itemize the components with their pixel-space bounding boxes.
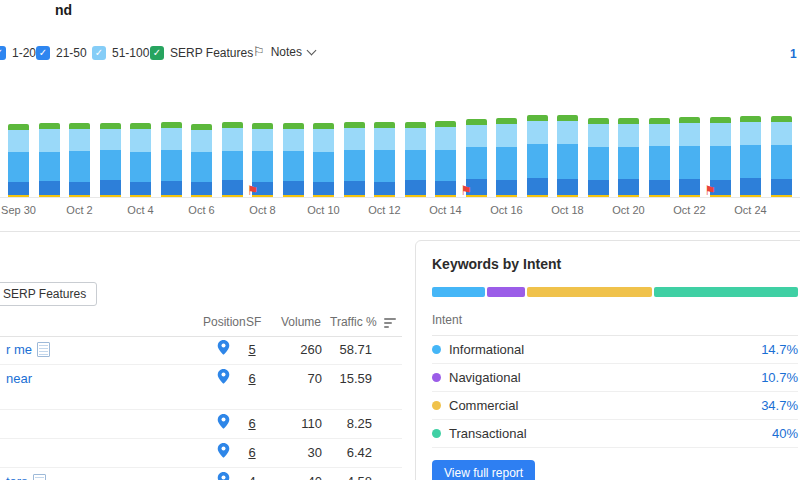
position-pin-icon [217, 340, 230, 355]
positions-21-50 [161, 150, 182, 181]
chart-bar [740, 116, 761, 197]
chart-bar [222, 122, 243, 197]
chart-x-axis [0, 197, 800, 198]
chart-bar [283, 123, 304, 197]
serp-snippet-icon[interactable] [33, 474, 46, 480]
positions-21-50 [527, 144, 548, 178]
legend-item-1-20[interactable]: ✓1-20 [0, 46, 36, 60]
chart-bar [374, 122, 395, 197]
checkbox-icon[interactable]: ✓ [0, 46, 6, 60]
intent-dot-icon [432, 401, 441, 410]
sf-count-link[interactable]: 6 [244, 445, 260, 460]
keyword-link[interactable]: r me [6, 342, 50, 357]
serp-features-yellow [405, 195, 426, 197]
keyword-link[interactable]: near [6, 371, 32, 386]
serp-features-yellow [39, 195, 60, 197]
note-flag-icon[interactable]: ⚑ [247, 184, 259, 197]
intent-label: Navigational [449, 370, 521, 385]
positions-21-50 [374, 150, 395, 182]
keyword-link[interactable]: ters [6, 474, 46, 480]
legend-item-serp-features[interactable]: ✓SERP Features [150, 46, 253, 60]
intent-percentage-link[interactable]: 14.7% [761, 342, 798, 357]
notes-label: Notes [271, 45, 302, 59]
table-rows: r me526058.71near67015.5961108.256306.42… [0, 336, 402, 480]
positions-51-100 [496, 124, 517, 147]
view-full-report-button[interactable]: View full report [432, 460, 535, 480]
x-axis-label: Oct 10 [294, 204, 354, 216]
chart-bar [527, 115, 548, 197]
intent-distribution-bar [432, 287, 798, 297]
notes-dropdown[interactable]: ⚐ Notes [253, 45, 315, 59]
positions-21-50 [222, 151, 243, 180]
checkbox-icon[interactable]: ✓ [150, 46, 164, 60]
table-row: 6306.42 [0, 439, 402, 468]
column-header-sf[interactable]: SF [246, 315, 261, 329]
checkbox-icon[interactable]: ✓ [36, 46, 50, 60]
positions-1-20 [527, 178, 548, 195]
positions-21-50 [39, 152, 60, 181]
positions-21-50 [191, 152, 212, 182]
note-flag-icon[interactable]: ⚑ [461, 184, 473, 197]
legend-label: 51-100 [112, 46, 149, 60]
chart-bar [679, 117, 700, 197]
positions-51-100 [191, 130, 212, 152]
positions-21-50 [771, 145, 792, 179]
positions-1-20 [435, 181, 456, 195]
intent-label: Commercial [449, 398, 518, 413]
keyword-text: r me [6, 342, 32, 357]
positions-1-20 [130, 182, 151, 195]
sf-count-link[interactable]: 6 [244, 371, 260, 386]
intent-percentage-link[interactable]: 10.7% [761, 370, 798, 385]
positions-51-100 [679, 123, 700, 146]
legend-item-51-100[interactable]: ✓51-100 [92, 46, 149, 60]
serp-features-yellow [222, 195, 243, 197]
x-axis-label: Oct 4 [111, 204, 171, 216]
date-range-link[interactable]: 1 [790, 47, 797, 61]
positions-21-50 [466, 147, 487, 179]
intent-row-informational: Informational14.7% [432, 336, 798, 364]
column-header-position[interactable]: Position [203, 315, 246, 329]
chart-bar [496, 118, 517, 197]
volume-value: 110 [270, 416, 322, 431]
chart-bar [344, 122, 365, 197]
serp-features-yellow [557, 195, 578, 197]
position-pin-icon [217, 414, 230, 429]
serp-features-yellow [588, 195, 609, 197]
positions-1-20 [771, 179, 792, 195]
chart-bar [130, 123, 151, 197]
positions-1-20 [374, 182, 395, 195]
serp-features-yellow [771, 195, 792, 197]
positions-51-100 [588, 124, 609, 147]
intent-percentage-link[interactable]: 40% [772, 426, 798, 441]
column-header-volume[interactable]: Volume [281, 315, 321, 329]
sort-icon[interactable] [384, 318, 396, 328]
table-row: r me526058.71 [0, 336, 402, 365]
serp-snippet-icon[interactable] [37, 342, 50, 357]
serp-features-yellow [69, 195, 90, 197]
volume-value: 260 [270, 342, 322, 357]
sf-count-link[interactable]: 4 [244, 474, 260, 480]
positions-1-20 [649, 180, 670, 195]
positions-21-50 [435, 150, 456, 181]
positions-21-50 [8, 152, 29, 182]
note-flag-icon[interactable]: ⚑ [705, 184, 717, 197]
chart-bar [39, 123, 60, 197]
sf-count-link[interactable]: 5 [244, 342, 260, 357]
positions-21-50 [557, 144, 578, 179]
column-header-traffic[interactable]: Traffic % [330, 315, 377, 329]
serp-features-yellow [496, 195, 517, 197]
intent-list: Informational14.7%Navigational10.7%Comme… [432, 336, 798, 448]
positions-21-50 [740, 145, 761, 178]
positions-21-50 [100, 150, 121, 180]
checkbox-icon[interactable]: ✓ [92, 46, 106, 60]
x-axis-label: Oct 8 [233, 204, 293, 216]
intent-dot-icon [432, 429, 441, 438]
serp-features-yellow [344, 195, 365, 197]
legend-item-21-50[interactable]: ✓21-50 [36, 46, 87, 60]
positions-1-20 [8, 182, 29, 195]
positions-51-100 [252, 129, 273, 151]
chart-bar [161, 122, 182, 197]
serp-features-filter-chip[interactable]: SERP Features [0, 282, 97, 306]
sf-count-link[interactable]: 6 [244, 416, 260, 431]
intent-percentage-link[interactable]: 34.7% [761, 398, 798, 413]
